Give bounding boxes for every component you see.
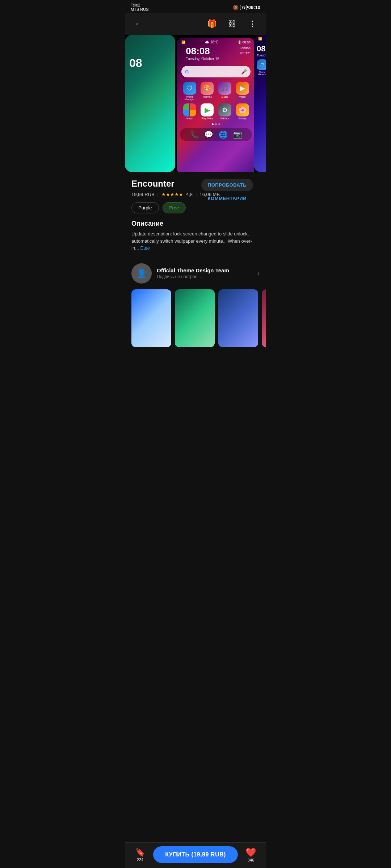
- messages-icon: 💬: [204, 130, 213, 139]
- right-signal: 📶: [258, 37, 262, 41]
- gallery-label: Gallery: [239, 117, 247, 120]
- carousel-center: 📶 ☁️ 18°C 🔋 08:08 08:08 Tuesday, October…: [175, 35, 254, 172]
- page-dots: [177, 123, 254, 125]
- app-grid-row1: 🛡 Phone Manager 🎨 Themes 🎵 Music ▶ Video: [177, 80, 254, 102]
- phone-dock: 📞 💬 🌐 📷: [180, 128, 252, 141]
- read-more-button[interactable]: Еще: [140, 245, 150, 251]
- clock-label: 09:10: [248, 5, 260, 10]
- phone-clock-row: 08:08 Tuesday, October 16 London 20°/12°: [177, 45, 254, 63]
- video-app-icon: ▶: [236, 82, 249, 95]
- description-section: Описание Update description: lock screen…: [125, 220, 266, 258]
- developer-subtitle: Подпись не настрое...: [157, 274, 252, 279]
- city-label: London: [240, 46, 251, 50]
- heart-count: 346: [248, 858, 254, 862]
- phone-clock: 08:08: [181, 46, 223, 57]
- phone-manager-label: Phone Manager: [181, 95, 198, 101]
- carrier-info: Tele2 MTS RUS: [131, 3, 149, 12]
- phone-status: 📶 ☁️ 18°C 🔋 08:08: [177, 38, 254, 45]
- theme-stars: ★★★★★: [161, 192, 183, 197]
- phone-date: Tuesday, October 16: [181, 57, 223, 61]
- camera-icon: 📷: [233, 130, 242, 139]
- developer-arrow-icon: ›: [257, 269, 260, 277]
- themes-label: Themes: [203, 95, 212, 98]
- developer-section[interactable]: 👤 Official Theme Design Team Подпись не …: [125, 258, 266, 289]
- separator1: |: [157, 192, 159, 197]
- right-phone-status: 📶: [254, 35, 266, 41]
- top-navigation: ← 🎁 ⛓ ⋮: [125, 13, 266, 35]
- phone-weather-detail: London 20°/12°: [240, 45, 251, 55]
- carrier2-label: MTS RUS: [131, 7, 149, 12]
- buy-button[interactable]: КУПИТЬ (19,99 RUB): [153, 846, 238, 863]
- back-button[interactable]: ←: [132, 17, 145, 30]
- share-button[interactable]: ⛓: [226, 17, 239, 30]
- right-phone-preview: 📶 08:08 Tuesday, October 16 🛡 Phone Mana…: [254, 35, 266, 172]
- more-button[interactable]: ⋮: [246, 17, 259, 30]
- maps-app-icon: [183, 103, 196, 116]
- right-pm-icon: 🛡: [257, 59, 266, 70]
- browser-icon: 🌐: [219, 130, 228, 139]
- google-g-icon: G: [185, 69, 189, 75]
- developer-info: Official Theme Design Team Подпись не на…: [157, 267, 252, 279]
- dot-2: [215, 123, 217, 125]
- music-app-icon: 🎵: [218, 82, 231, 95]
- heart-section: ❤️ 346: [242, 847, 260, 862]
- bookmark-count: 224: [137, 858, 143, 862]
- video-label: Video: [239, 95, 246, 98]
- theme-thumbnail-3[interactable]: [218, 289, 258, 347]
- weather-range: 20°/12°: [240, 51, 251, 55]
- settings-icon: ⚙ Settings: [217, 103, 233, 120]
- dot-1: [212, 123, 214, 125]
- phone-search-bar: G 🎤: [181, 66, 251, 77]
- maps-icon: Maps: [181, 103, 198, 120]
- description-title: Описание: [131, 220, 260, 227]
- phone-manager-icon: 🛡 Phone Manager: [181, 82, 198, 101]
- phone-signal: 📶: [181, 41, 185, 44]
- theme-price: 19,99 RUB: [131, 192, 155, 197]
- purple-tag[interactable]: Purple: [131, 202, 159, 213]
- theme-thumbnail-4[interactable]: [262, 289, 266, 347]
- settings-label: Settings: [220, 117, 229, 120]
- weather-temp: 18°C: [210, 40, 218, 44]
- description-text: Update description: lock screen changed …: [131, 230, 260, 252]
- heart-icon[interactable]: ❤️: [245, 847, 256, 858]
- phone-call-icon: 📞: [190, 130, 199, 139]
- gallery-app-icon: 🌸: [236, 103, 249, 116]
- music-icon: 🎵 Music: [217, 82, 233, 101]
- bell-icon: 🔕: [233, 5, 239, 10]
- try-button[interactable]: ПОПРОБОВАТЬ: [201, 179, 253, 191]
- theme-thumbnail-1[interactable]: [131, 289, 171, 347]
- free-tag[interactable]: Free: [163, 202, 186, 213]
- theme-thumbnail-2[interactable]: [175, 289, 215, 347]
- carousel-left: 08: [125, 35, 175, 172]
- theme-action-buttons: ПОПРОБОВАТЬ КОММЕНТАРИЙ: [201, 179, 253, 203]
- right-clock: 08:08: [254, 41, 266, 54]
- screenshot-carousel: 08 📶 ☁️ 18°C 🔋 08:08 08:08 Tuesday, Octo…: [125, 35, 266, 172]
- gallery-icon: 🌸 Gallery: [234, 103, 251, 120]
- maps-label: Maps: [186, 117, 193, 120]
- gift-button[interactable]: 🎁: [205, 17, 218, 30]
- theme-info-row: Encounter ПОПРОБОВАТЬ КОММЕНТАРИЙ 19,99 …: [131, 179, 260, 213]
- theme-info-section: Encounter ПОПРОБОВАТЬ КОММЕНТАРИЙ 19,99 …: [125, 172, 266, 213]
- separator2: |: [196, 192, 197, 197]
- bookmark-icon[interactable]: 🔖: [135, 848, 145, 857]
- center-phone-preview: 📶 ☁️ 18°C 🔋 08:08 08:08 Tuesday, October…: [177, 38, 254, 172]
- carousel-right: 📶 08:08 Tuesday, October 16 🛡 Phone Mana…: [254, 35, 266, 172]
- comment-button[interactable]: КОММЕНТАРИЙ: [201, 194, 253, 203]
- phone-weather: ☁️ 18°C: [205, 40, 218, 44]
- status-bar: Tele2 MTS RUS 🔕 79 09:10: [125, 0, 266, 13]
- nav-actions: 🎁 ⛓ ⋮: [205, 17, 259, 30]
- mic-icon: 🎤: [241, 69, 247, 75]
- playstore-icon: ▶ Play Store: [199, 103, 215, 120]
- theme-rating: 4,8: [186, 192, 193, 197]
- more-themes-row: [125, 289, 266, 376]
- weather-icon: ☁️: [205, 40, 209, 44]
- carrier1-label: Tele2: [131, 3, 149, 7]
- themes-icon: 🎨 Themes: [199, 82, 215, 101]
- themes-app-icon: 🎨: [201, 82, 214, 95]
- battery-level: 79: [241, 5, 245, 9]
- video-icon: ▶ Video: [234, 82, 251, 101]
- app-grid-row2: Maps ▶ Play Store ⚙ Settings 🌸 Gallery: [177, 102, 254, 121]
- playstore-app-icon: ▶: [201, 103, 214, 116]
- right-app-grid: 🛡 Phone Manager 🎨 Themes: [254, 57, 266, 77]
- dot-3: [218, 123, 220, 125]
